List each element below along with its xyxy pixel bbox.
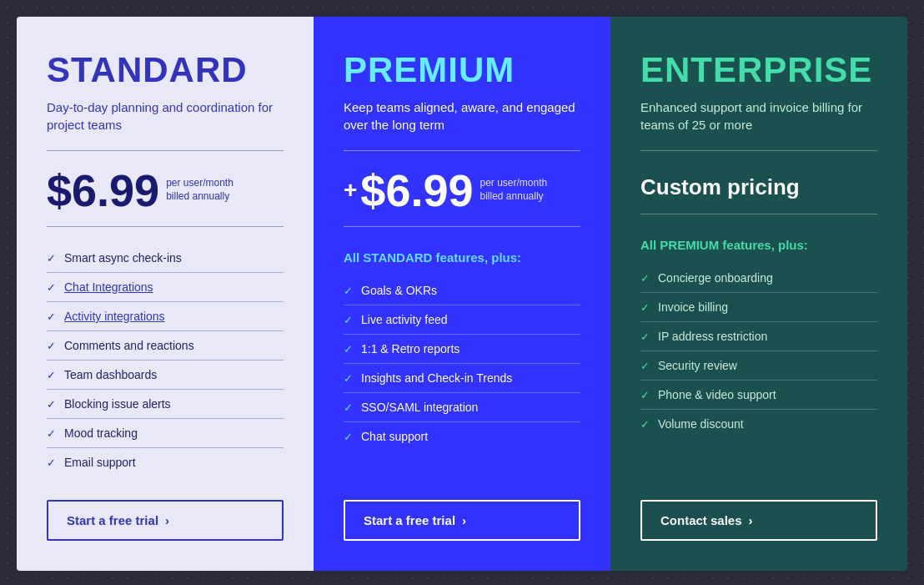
check-icon: ✓	[344, 285, 353, 297]
list-item: ✓ Smart async check-ins	[47, 244, 284, 273]
feature-link-chat[interactable]: Chat Integrations	[64, 280, 153, 294]
feature-label: Live activity feed	[361, 313, 448, 326]
feature-label: Phone & video support	[658, 388, 776, 401]
enterprise-features-header: All PREMIUM features, plus:	[640, 238, 877, 252]
feature-label: Concierge onboarding	[658, 271, 773, 285]
check-icon: ✓	[640, 418, 650, 431]
enterprise-divider-1	[640, 150, 877, 151]
standard-cta-label: Start a free trial	[67, 513, 158, 527]
standard-title: STANDARD	[47, 50, 284, 90]
list-item: ✓ Email support	[47, 448, 284, 477]
enterprise-custom-pricing: Custom pricing	[640, 174, 877, 200]
feature-label: IP address restriction	[658, 330, 767, 343]
check-icon: ✓	[640, 360, 650, 372]
check-icon: ✓	[47, 340, 56, 352]
list-item: ✓ 1:1 & Retro reports	[344, 335, 580, 364]
check-icon: ✓	[47, 456, 56, 469]
feature-label: Comments and reactions	[64, 339, 194, 352]
feature-label: 1:1 & Retro reports	[361, 342, 459, 356]
list-item: ✓ Volume discount	[640, 410, 877, 438]
premium-feature-list: ✓ Goals & OKRs ✓ Live activity feed ✓ 1:…	[344, 276, 580, 477]
standard-billed: billed annually	[166, 190, 234, 204]
enterprise-divider-2	[640, 214, 877, 214]
check-icon: ✓	[640, 330, 650, 343]
standard-price-row: $6.99 per user/month billed annually	[47, 168, 284, 213]
feature-label: Mood tracking	[64, 426, 138, 440]
premium-price-details: per user/month billed annually	[480, 177, 548, 203]
check-icon: ✓	[47, 281, 56, 294]
premium-divider-1	[344, 150, 580, 151]
chevron-right-icon: ›	[165, 513, 169, 527]
feature-label: Volume discount	[658, 417, 744, 431]
list-item: ✓ IP address restriction	[640, 322, 877, 351]
enterprise-title: ENTERPRISE	[640, 50, 877, 90]
check-icon: ✓	[344, 401, 353, 414]
list-item: ✓ Chat support	[344, 422, 580, 451]
premium-billed: billed annually	[480, 190, 548, 204]
check-icon: ✓	[344, 314, 353, 326]
standard-card: STANDARD Day-to-day planning and coordin…	[17, 17, 314, 571]
feature-label: Chat support	[361, 430, 428, 443]
check-icon: ✓	[640, 301, 650, 314]
check-icon: ✓	[640, 389, 650, 401]
standard-cta-button[interactable]: Start a free trial ›	[47, 500, 284, 541]
chevron-right-icon: ›	[749, 513, 753, 527]
standard-price-details: per user/month billed annually	[166, 177, 234, 203]
list-item: ✓ SSO/SAML integration	[344, 393, 580, 422]
enterprise-cta-button[interactable]: Contact sales ›	[640, 500, 877, 541]
premium-price-plus: +	[344, 177, 357, 204]
list-item: ✓ Team dashboards	[47, 361, 284, 390]
feature-label: Blocking issue alerts	[64, 397, 171, 411]
check-icon: ✓	[344, 372, 353, 385]
list-item: ✓ Live activity feed	[344, 305, 580, 335]
feature-label: Smart async check-ins	[64, 251, 182, 265]
feature-label: Team dashboards	[64, 368, 157, 381]
feature-label: Insights and Check-in Trends	[361, 371, 512, 385]
enterprise-subtitle: Enhanced support and invoice billing for…	[640, 98, 877, 134]
premium-card: PREMIUM Keep teams aligned, aware, and e…	[314, 17, 610, 571]
premium-features-header: All STANDARD features, plus:	[344, 250, 580, 265]
feature-link-activity[interactable]: Activity integrations	[64, 310, 165, 323]
enterprise-card: ENTERPRISE Enhanced support and invoice …	[610, 17, 907, 571]
check-icon: ✓	[344, 431, 353, 443]
list-item: ✓ Blocking issue alerts	[47, 390, 284, 419]
standard-subtitle: Day-to-day planning and coordination for…	[47, 98, 284, 134]
pricing-cards: STANDARD Day-to-day planning and coordin…	[17, 17, 907, 571]
premium-title: PREMIUM	[344, 50, 580, 90]
premium-subtitle: Keep teams aligned, aware, and engaged o…	[344, 98, 580, 134]
standard-feature-list: ✓ Smart async check-ins ✓ Chat Integrati…	[47, 244, 284, 477]
list-item: ✓ Comments and reactions	[47, 331, 284, 361]
list-item: ✓ Chat Integrations	[47, 273, 284, 302]
enterprise-cta-label: Contact sales	[660, 513, 742, 527]
enterprise-feature-list: ✓ Concierge onboarding ✓ Invoice billing…	[640, 264, 877, 477]
list-item: ✓ Security review	[640, 351, 877, 381]
chevron-right-icon: ›	[462, 513, 466, 527]
check-icon: ✓	[47, 369, 56, 381]
list-item: ✓ Invoice billing	[640, 293, 877, 322]
feature-label: Goals & OKRs	[361, 284, 437, 297]
check-icon: ✓	[47, 310, 56, 323]
check-icon: ✓	[344, 343, 353, 356]
feature-label: Email support	[64, 456, 136, 469]
check-icon: ✓	[47, 398, 56, 411]
feature-label: SSO/SAML integration	[361, 401, 478, 414]
standard-divider-2	[47, 226, 284, 227]
list-item: ✓ Activity integrations	[47, 302, 284, 331]
standard-divider-1	[47, 150, 284, 151]
list-item: ✓ Goals & OKRs	[344, 276, 580, 305]
list-item: ✓ Phone & video support	[640, 381, 877, 410]
list-item: ✓ Insights and Check-in Trends	[344, 364, 580, 393]
feature-label: Invoice billing	[658, 300, 728, 314]
premium-cta-button[interactable]: Start a free trial ›	[344, 500, 580, 541]
premium-per-user: per user/month	[480, 177, 548, 190]
premium-cta-label: Start a free trial	[364, 513, 455, 527]
premium-divider-2	[344, 226, 580, 227]
premium-price-row: + $6.99 per user/month billed annually	[344, 168, 580, 213]
check-icon: ✓	[640, 272, 650, 285]
list-item: ✓ Mood tracking	[47, 419, 284, 448]
check-icon: ✓	[47, 427, 56, 440]
list-item: ✓ Concierge onboarding	[640, 264, 877, 293]
feature-label: Security review	[658, 359, 737, 372]
check-icon: ✓	[47, 252, 56, 265]
standard-price: $6.99	[47, 168, 159, 213]
